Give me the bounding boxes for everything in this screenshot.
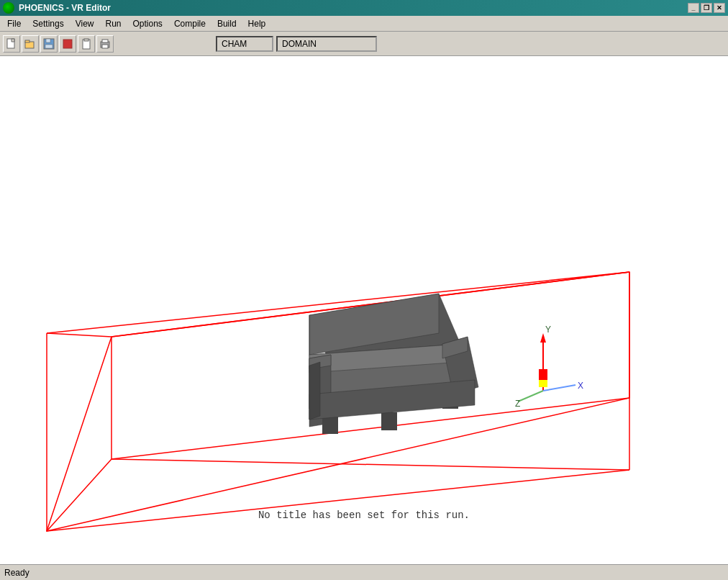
status-text: Ready [4, 568, 29, 578]
print-button[interactable] [96, 35, 114, 53]
menu-build[interactable]: Build [211, 17, 242, 30]
svg-rect-4 [46, 39, 50, 42]
minimize-button[interactable]: _ [688, 3, 699, 13]
save-button[interactable] [40, 35, 58, 53]
svg-rect-11 [102, 45, 108, 48]
status-bar: Ready [0, 564, 728, 580]
svg-rect-5 [45, 45, 53, 48]
menu-bar: File Settings View Run Options Compile B… [0, 16, 728, 32]
canvas-area: Z X Y No title has been set for this run… [0, 56, 728, 564]
title-bar: PHOENICS - VR Editor _ ❐ ✕ [0, 0, 728, 16]
menu-run[interactable]: Run [100, 17, 127, 30]
main-content: Z X Y No title has been set for this run… [0, 56, 728, 564]
svg-rect-2 [25, 40, 29, 42]
svg-rect-6 [63, 40, 72, 48]
cham-label: CHAM [216, 36, 273, 52]
toolbar-labels: CHAM DOMAIN [216, 36, 377, 52]
svg-rect-42 [539, 369, 547, 380]
svg-text:X: X [578, 381, 583, 391]
window-controls[interactable]: _ ❐ ✕ [688, 3, 725, 13]
restore-button[interactable]: ❐ [701, 3, 712, 13]
new-button[interactable] [3, 35, 20, 53]
menu-view[interactable]: View [70, 17, 100, 30]
svg-rect-10 [102, 40, 108, 42]
svg-rect-8 [84, 39, 88, 41]
menu-file[interactable]: File [1, 17, 27, 30]
svg-text:Z: Z [515, 399, 520, 409]
toolbar: CHAM DOMAIN [0, 32, 728, 56]
window-title: PHOENICS - VR Editor [19, 3, 688, 13]
menu-help[interactable]: Help [242, 17, 272, 30]
menu-options[interactable]: Options [127, 17, 168, 30]
menu-settings[interactable]: Settings [27, 17, 69, 30]
svg-rect-34 [322, 416, 338, 434]
stop-button[interactable] [59, 35, 76, 53]
svg-text:Y: Y [545, 325, 551, 335]
svg-rect-35 [381, 412, 397, 430]
scene-viewport[interactable]: Z X Y [0, 56, 728, 564]
svg-marker-39 [309, 362, 320, 420]
clipboard-button[interactable] [78, 35, 95, 53]
no-title-text: No title has been set for this run. [0, 509, 728, 521]
close-button[interactable]: ✕ [714, 3, 725, 13]
menu-compile[interactable]: Compile [168, 17, 211, 30]
svg-rect-43 [539, 380, 547, 387]
app-icon [3, 2, 14, 14]
domain-label: DOMAIN [276, 36, 377, 52]
open-button[interactable] [22, 35, 39, 53]
